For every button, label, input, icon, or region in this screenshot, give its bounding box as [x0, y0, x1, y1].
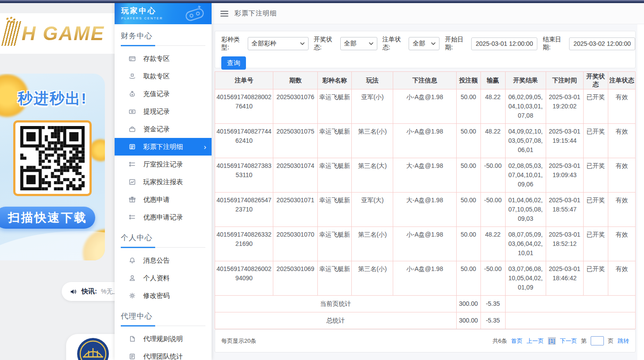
column-header: 投注额 — [456, 72, 480, 89]
table-row[interactable]: 40156917408277446241020250301075幸运飞艇新第三名… — [215, 124, 636, 158]
table-cell: 401569174082738353110 — [215, 158, 273, 193]
draw-status-select[interactable]: 全部 — [340, 37, 377, 50]
table-cell: 幸运飞艇新 — [318, 124, 352, 158]
table-row[interactable]: 40156917408260029409020250301069幸运飞艇新第三名… — [215, 261, 636, 296]
current-page-indicator: [1] — [548, 337, 556, 345]
table-cell: 48.22 — [480, 227, 505, 261]
jump-button[interactable]: 跳转 — [618, 337, 629, 345]
table-cell: 04,09,02,10,03,05,07,08,06,01 — [505, 124, 546, 158]
sidebar-item-list[interactable]: 优惠申请记录 — [115, 208, 212, 226]
report-icon — [129, 353, 136, 360]
chart-icon — [129, 178, 136, 186]
table-cell: 第三名(小) — [352, 227, 393, 261]
sidebar-item-chart[interactable]: 玩家投注报表 — [115, 173, 212, 191]
sidebar-menu: 财务中心存款专区取款专区充值记录提现记录资金记录彩票下注明细›厅室投注记录玩家投… — [115, 24, 212, 360]
sidebar-item-purse[interactable]: 资金记录 — [115, 120, 212, 138]
window-top-strip — [0, 0, 644, 3]
summary-row: 总统计300.00-5.35 — [215, 312, 636, 329]
table-cell: 20250301074 — [273, 158, 318, 193]
sidebar-item-bell[interactable]: 消息公告 — [115, 252, 212, 269]
sidebar-item-banknote[interactable]: 提现记录 — [115, 103, 212, 120]
jump-page-input[interactable] — [591, 336, 604, 345]
table-row[interactable]: 40156917408265472371020250301071幸运飞艇新亚军(… — [215, 193, 636, 227]
column-header: 彩种名称 — [318, 72, 352, 89]
next-page-link[interactable]: 下一页 — [560, 337, 577, 345]
section-underline — [121, 247, 205, 248]
table-row[interactable]: 40156917408273835311020250301074幸运飞艇新第三名… — [215, 158, 636, 193]
draw-status-label: 开奖状态: — [314, 36, 338, 52]
table-cell: 大-A盘@1.98 — [393, 158, 456, 193]
bell-icon — [129, 257, 136, 264]
sidebar-item-moneybag[interactable]: 充值记录 — [115, 85, 212, 103]
download-qr-code — [13, 120, 92, 196]
sidebar-item-list[interactable]: 厅室投注记录 — [115, 156, 212, 173]
table-cell: 小-A盘@1.98 — [393, 89, 456, 124]
table-row[interactable]: 40156917408280027641020250301076幸运飞艇新亚军(… — [215, 89, 636, 124]
sidebar-item-document[interactable]: 代理规则说明 — [115, 330, 212, 348]
chevron-down-icon — [431, 42, 436, 45]
table-cell: 小-A盘@1.98 — [393, 124, 456, 158]
page-title: 彩票下注明细 — [235, 9, 277, 18]
column-header: 期数 — [273, 72, 318, 89]
summary-win-total: -5.35 — [480, 312, 505, 329]
content-topbar: 彩票下注明细 — [212, 3, 644, 24]
table-cell: 01,04,06,02,07,10,05,08,09,03 — [505, 193, 546, 227]
table-cell: 02,08,05,03,07,04,10,01,09,06 — [505, 158, 546, 193]
section-underline — [121, 326, 205, 326]
prev-page-link[interactable]: 上一页 — [527, 337, 544, 345]
site-background: H GAME 秒进秒出! 扫描快速下载 快讯: %无上 N — [0, 3, 115, 360]
sidebar-item-list-detail[interactable]: 彩票下注明细› — [115, 138, 212, 156]
table-cell: 03,07,06,08,10,05,04,02,01,09 — [505, 261, 546, 296]
table-cell: 401569174082774462410 — [215, 124, 273, 158]
search-button[interactable]: 查询 — [221, 56, 246, 70]
sidebar-item-gear[interactable]: 修改密码 — [115, 287, 212, 304]
table-cell: 第三名(大) — [352, 158, 393, 193]
sidebar-item-label: 彩票下注明细 — [143, 143, 183, 151]
lottery-type-select[interactable]: 全部彩种 — [248, 37, 309, 50]
summary-label: 当前页统计 — [215, 296, 457, 312]
first-page-link[interactable]: 首页 — [511, 337, 523, 345]
column-header: 下注信息 — [393, 72, 456, 89]
table-cell: 50.00 — [456, 261, 480, 296]
table-cell: 401569174082600294090 — [215, 261, 273, 296]
sidebar-item-label: 厅室投注记录 — [143, 160, 183, 169]
ticker-label: 快讯: — [82, 287, 97, 296]
sidebar-item-person[interactable]: 个人资料 — [115, 269, 212, 287]
order-status-select[interactable]: 全部 — [409, 37, 439, 50]
sidebar-item-label: 修改密码 — [143, 292, 170, 300]
table-row[interactable]: 40156917408263322169020250301070幸运飞艇新第三名… — [215, 227, 636, 261]
sidebar-item-label: 存款专区 — [143, 55, 170, 63]
sidebar-item-label: 提现记录 — [143, 108, 170, 116]
table-cell: 2025-03-01 18:55:47 — [546, 193, 583, 227]
summary-bet-total: 300.00 — [456, 312, 480, 329]
table-cell: 401569174082654723710 — [215, 193, 273, 227]
hamburger-menu-icon[interactable] — [220, 11, 228, 17]
scrollbar-track[interactable] — [637, 24, 644, 360]
table-cell: 亚军(小) — [352, 89, 393, 124]
scan-download-button[interactable]: 扫描快速下载 — [0, 207, 95, 229]
sidebar-item-label: 代理规则说明 — [143, 335, 183, 343]
app-download-promo-card: 秒进秒出! 扫描快速下载 — [0, 74, 105, 260]
chevron-right-icon: › — [204, 143, 206, 151]
start-date-input[interactable] — [471, 37, 537, 50]
table-cell: 有效 — [608, 193, 635, 227]
sidebar-item-gift[interactable]: 优惠申请 — [115, 191, 212, 208]
end-date-input[interactable] — [569, 37, 635, 50]
start-date-label: 开始日期: — [445, 36, 469, 52]
column-header: 输赢 — [480, 72, 505, 89]
table-cell: 401569174082633221690 — [215, 227, 273, 261]
sidebar-item-withdraw-hand[interactable]: 取款专区 — [115, 67, 212, 85]
sidebar-item-label: 充值记录 — [143, 90, 170, 98]
column-header: 开奖结果 — [505, 72, 546, 89]
list-icon — [129, 214, 136, 221]
sidebar-item-label: 个人资料 — [143, 274, 170, 282]
sidebar-item-report[interactable]: 代理团队统计 — [115, 348, 212, 360]
table-cell: -50.00 — [480, 261, 505, 296]
sidebar-item-deposit-card[interactable]: 存款专区 — [115, 50, 212, 67]
list-detail-icon — [129, 143, 136, 150]
sidebar-item-label: 消息公告 — [143, 256, 170, 265]
sidebar-item-label: 取款专区 — [143, 72, 170, 81]
summary-bet-total: 300.00 — [456, 296, 480, 312]
table-cell: 48.22 — [480, 124, 505, 158]
table-cell: 50.00 — [456, 227, 480, 261]
